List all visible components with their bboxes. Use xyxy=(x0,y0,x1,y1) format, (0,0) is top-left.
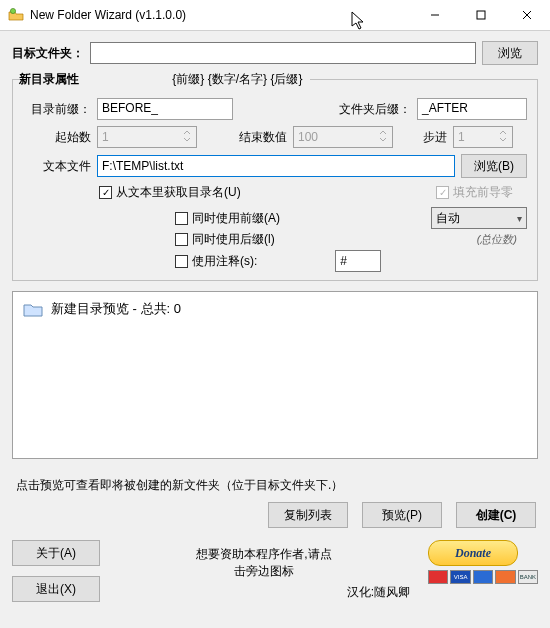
use-comment-checkbox[interactable] xyxy=(175,255,188,268)
step-label: 步进 xyxy=(423,129,447,146)
end-label: 结束数值 xyxy=(239,129,287,146)
use-suffix-label: 同时使用后缀(l) xyxy=(192,231,275,248)
spinner-icon xyxy=(182,129,192,146)
use-comment-label: 使用注释(s): xyxy=(192,253,257,270)
start-label: 起始数 xyxy=(23,129,91,146)
credit: 汉化:随风卿 xyxy=(114,584,414,601)
preview-button[interactable]: 预览(P) xyxy=(362,502,442,528)
minimize-button[interactable] xyxy=(412,0,458,30)
prefix-input[interactable]: BEFORE_ xyxy=(97,98,233,120)
preview-title: 新建目录预览 - 总共: 0 xyxy=(51,301,181,316)
end-spinner: 100 xyxy=(293,126,393,148)
digits-label: (总位数) xyxy=(477,232,517,247)
browse-b-button[interactable]: 浏览(B) xyxy=(461,154,527,178)
start-spinner: 1 xyxy=(97,126,197,148)
about-button[interactable]: 关于(A) xyxy=(12,540,100,566)
step-spinner: 1 xyxy=(453,126,513,148)
maximize-button[interactable] xyxy=(458,0,504,30)
payment-cards-icon: VISA BANK xyxy=(428,570,538,584)
spinner-icon xyxy=(498,129,508,146)
prefix-label: 目录前缀： xyxy=(23,101,91,118)
close-button[interactable] xyxy=(504,0,550,30)
svg-point-0 xyxy=(10,8,15,13)
svg-rect-2 xyxy=(477,11,485,19)
target-folder-label: 目标文件夹： xyxy=(12,45,84,62)
use-suffix-checkbox[interactable] xyxy=(175,233,188,246)
format-hint: {前缀} {数字/名字} {后缀} xyxy=(172,72,302,86)
from-text-checkbox[interactable]: ✓ xyxy=(99,186,112,199)
suffix-input[interactable]: _AFTER xyxy=(417,98,527,120)
browse-button[interactable]: 浏览 xyxy=(482,41,538,65)
auto-select[interactable]: 自动 ▾ xyxy=(431,207,527,229)
attributes-legend: 新目录属性 {前缀} {数字/名字} {后缀} xyxy=(19,71,310,88)
spinner-icon xyxy=(378,129,388,146)
from-text-label: 从文本里获取目录名(U) xyxy=(116,184,241,201)
pad-zero-checkbox: ✓ xyxy=(436,186,449,199)
textfile-label: 文本文件 xyxy=(23,158,91,175)
folder-icon xyxy=(23,302,43,318)
chevron-down-icon: ▾ xyxy=(517,213,522,224)
new-folder-attributes-group: 新目录属性 {前缀} {数字/名字} {后缀} 目录前缀： BEFORE_ 文件… xyxy=(12,71,538,281)
preview-listbox[interactable]: 新建目录预览 - 总共: 0 xyxy=(12,291,538,459)
app-icon xyxy=(8,7,24,23)
use-prefix-label: 同时使用前缀(A) xyxy=(192,210,280,227)
donate-line1: 想要资助本程序作者,请点 xyxy=(114,546,414,563)
suffix-label: 文件夹后缀： xyxy=(339,101,411,118)
donate-button[interactable]: Donate xyxy=(428,540,518,566)
copy-list-button[interactable]: 复制列表 xyxy=(268,502,348,528)
use-prefix-checkbox[interactable] xyxy=(175,212,188,225)
window-title: New Folder Wizard (v1.1.0.0) xyxy=(30,8,412,22)
preview-hint: 点击预览可查看即将被创建的新文件夹（位于目标文件夹下.） xyxy=(16,477,538,494)
create-button[interactable]: 创建(C) xyxy=(456,502,536,528)
pad-zero-label: 填充前导零 xyxy=(453,184,513,201)
exit-button[interactable]: 退出(X) xyxy=(12,576,100,602)
textfile-input[interactable] xyxy=(97,155,455,177)
donate-line2: 击旁边图标 xyxy=(114,563,414,580)
comment-input[interactable] xyxy=(335,250,381,272)
target-folder-input[interactable] xyxy=(90,42,476,64)
